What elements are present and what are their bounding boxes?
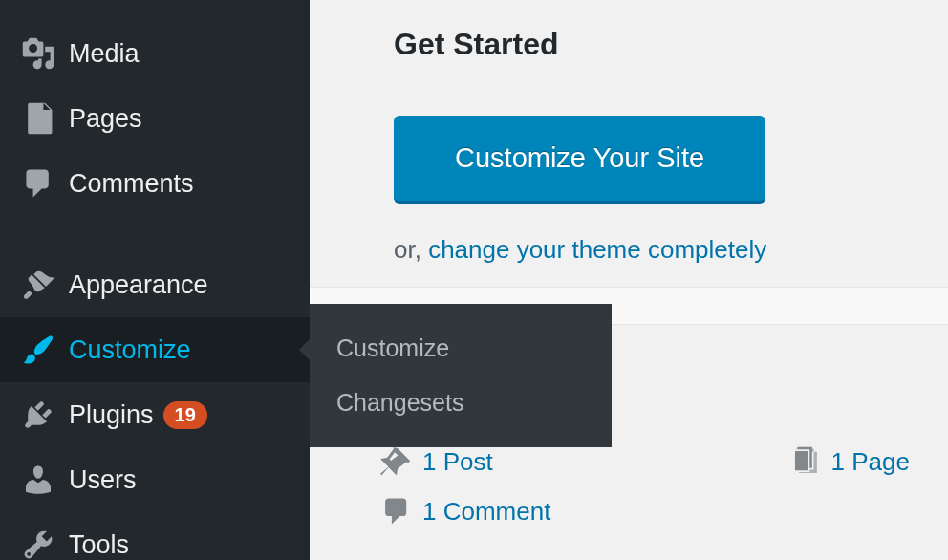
comments-count-link[interactable]: 1 Comment — [422, 497, 550, 527]
customize-icon — [15, 333, 61, 367]
media-icon — [15, 36, 61, 71]
sidebar-item-label: Tools — [69, 530, 129, 560]
sidebar-separator — [0, 216, 310, 252]
pages-count-link[interactable]: 1 Page — [831, 447, 910, 477]
sidebar-item-label: Comments — [69, 169, 194, 199]
admin-sidebar: Media Pages Comments Appearance Customiz… — [0, 0, 310, 560]
sidebar-item-media[interactable]: Media — [0, 21, 310, 86]
sidebar-item-label: Users — [69, 465, 137, 495]
or-prefix: or, — [394, 235, 428, 264]
appearance-icon — [15, 268, 61, 302]
section-heading: Get Started — [394, 27, 864, 62]
sidebar-item-pages[interactable]: Pages — [0, 86, 310, 151]
sidebar-item-label: Pages — [69, 104, 142, 134]
change-theme-link[interactable]: change your theme completely — [428, 235, 766, 264]
plugins-update-badge: 19 — [163, 401, 207, 429]
comments-icon — [15, 166, 61, 201]
sidebar-item-customize[interactable]: Customize — [0, 317, 310, 382]
sidebar-item-label: Media — [69, 39, 140, 69]
posts-count-link[interactable]: 1 Post — [422, 447, 493, 477]
sidebar-item-label: Plugins — [69, 400, 154, 430]
users-icon — [15, 463, 61, 497]
page-icon — [789, 445, 822, 478]
tools-icon — [15, 528, 61, 560]
sidebar-item-appearance[interactable]: Appearance — [0, 252, 310, 317]
sidebar-item-comments[interactable]: Comments — [0, 151, 310, 216]
sidebar-item-tools[interactable]: Tools — [0, 512, 310, 560]
comment-icon — [380, 495, 413, 528]
sidebar-item-users[interactable]: Users — [0, 447, 310, 512]
pin-icon — [380, 445, 413, 478]
sidebar-item-plugins[interactable]: Plugins 19 — [0, 382, 310, 447]
customize-site-button[interactable]: Customize Your Site — [394, 116, 765, 201]
at-a-glance-stats: 1 Post 1 Page 1 Comment — [380, 445, 910, 545]
plugins-icon — [15, 398, 61, 432]
pages-icon — [15, 101, 61, 136]
sidebar-item-label: Customize — [69, 335, 191, 365]
alternative-text: or, change your theme completely — [394, 235, 864, 265]
sidebar-item-label: Appearance — [69, 270, 208, 300]
